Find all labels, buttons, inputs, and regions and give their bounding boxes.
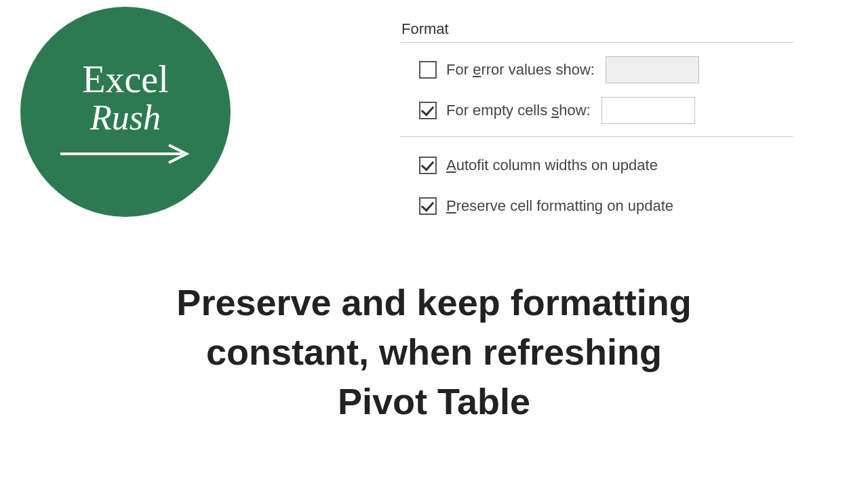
- logo-text-line2: Rush: [90, 98, 161, 137]
- caption-line3: Pivot Table: [47, 377, 821, 426]
- label-autofit: Autofit column widths on update: [446, 157, 658, 174]
- label-error-values-post: rror values show:: [481, 61, 595, 78]
- option-empty-cells-row: For empty cells show:: [400, 96, 793, 125]
- section-header-format: Format: [400, 20, 793, 43]
- option-autofit-row: Autofit column widths on update: [400, 150, 793, 180]
- label-empty-cells-post: how:: [559, 102, 590, 119]
- label-empty-cells-access: s: [551, 102, 559, 119]
- input-error-values[interactable]: [606, 56, 699, 83]
- arrow-right-icon: [58, 144, 193, 164]
- excel-rush-logo: Excel Rush: [20, 7, 231, 217]
- option-error-values-row: For error values show:: [400, 55, 793, 85]
- label-preserve-access: P: [446, 197, 456, 214]
- checkbox-preserve-formatting[interactable]: [419, 197, 437, 215]
- label-error-values: For error values show:: [446, 61, 595, 79]
- label-empty-cells-pre: For empty cells: [446, 102, 551, 119]
- label-autofit-post: utofit column widths on update: [456, 157, 658, 174]
- divider: [400, 136, 793, 137]
- top-region: Excel Rush Format For error values show:…: [0, 0, 868, 251]
- option-preserve-row: Preserve cell formatting on update: [400, 191, 793, 221]
- label-error-values-access: e: [473, 61, 481, 78]
- label-preserve-formatting: Preserve cell formatting on update: [446, 197, 673, 215]
- pivot-format-options-panel: Format For error values show: For empty …: [400, 20, 793, 232]
- checkbox-autofit[interactable]: [419, 157, 437, 174]
- input-empty-cells[interactable]: [601, 97, 695, 124]
- label-error-values-pre: For: [446, 61, 473, 78]
- label-empty-cells: For empty cells show:: [446, 102, 591, 119]
- logo-text-line1: Excel: [82, 60, 168, 100]
- caption-line1: Preserve and keep formatting: [47, 278, 821, 327]
- caption-line2: constant, when refreshing: [47, 327, 821, 377]
- checkbox-empty-cells[interactable]: [419, 102, 437, 119]
- thumbnail-caption: Preserve and keep formatting constant, w…: [0, 278, 868, 426]
- label-autofit-access: A: [446, 157, 456, 174]
- checkbox-error-values[interactable]: [419, 61, 437, 79]
- label-preserve-post: reserve cell formatting on update: [456, 197, 673, 214]
